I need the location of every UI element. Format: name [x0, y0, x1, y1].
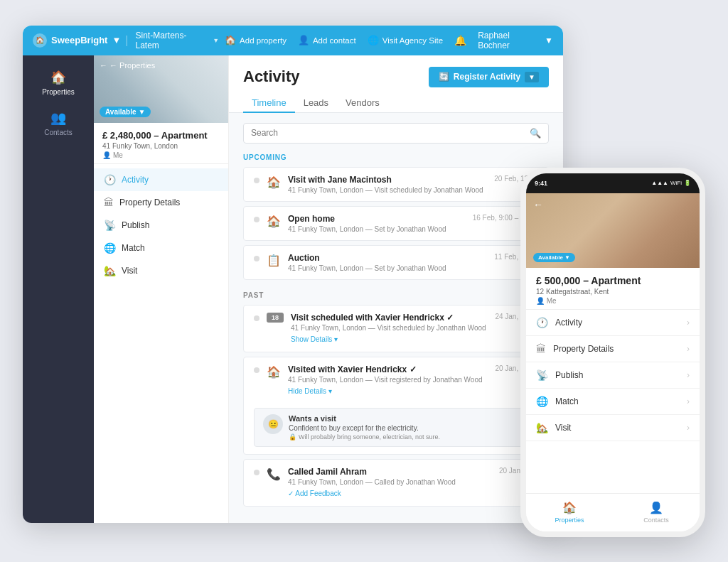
available-badge-label: Available — [105, 108, 136, 116]
hide-details-link[interactable]: Hide Details ▾ — [288, 387, 332, 395]
content-tabs: Timeline Leads Vendors — [229, 87, 563, 113]
property-details-icon: 🏛 — [104, 197, 114, 208]
activity-label: Activity — [122, 175, 149, 185]
search-bar: 🔍 — [243, 123, 549, 144]
user-menu[interactable]: Raphael Bochner ▼ — [478, 31, 553, 50]
phone-available-badge: Available ▼ — [533, 253, 575, 262]
property-info: £ 2,480,000 – Apartment 41 Funky Town, L… — [94, 123, 228, 164]
phone-nav-property-details[interactable]: 🏛 Property Details › — [526, 336, 700, 362]
location-label: Sint-Martens-Latem — [136, 31, 210, 50]
phone-nav-visit[interactable]: 🏡 Visit › — [526, 415, 700, 441]
add-contact-action[interactable]: 👤 Add contact — [298, 35, 356, 45]
phone-agent-name: Me — [547, 297, 557, 305]
home-icon: 🏠 — [267, 215, 281, 228]
phone-activity-icon: 🕐 — [536, 317, 548, 328]
phone-visit-chevron-icon: › — [687, 423, 690, 433]
desktop-app: 🏠 SweepBright ▼ | Sint-Martens-Latem ▼ 🏠… — [23, 26, 563, 523]
phone-property-price: £ 500,000 – Apartment — [536, 275, 690, 286]
visit-agency-action[interactable]: 🌐 Visit Agency Site — [368, 35, 443, 45]
property-image: ← ← Properties Available ▼ — [94, 55, 228, 123]
prop-nav-publish[interactable]: 📡 Publish — [94, 214, 228, 237]
prop-nav-match[interactable]: 🌐 Match — [94, 237, 228, 259]
tab-vendors[interactable]: Vendors — [337, 93, 388, 112]
activity-title: Open home — [288, 214, 466, 224]
visit-icon: 🏠 — [267, 175, 281, 189]
activity-title: Called Jamil Ahram — [288, 467, 492, 477]
brand-logo[interactable]: 🏠 SweepBright ▼ — [33, 33, 121, 48]
tab-leads[interactable]: Leads — [295, 93, 337, 112]
phone-nav-activity-left: 🕐 Activity — [536, 317, 582, 328]
show-details-link[interactable]: Show Details ▾ — [291, 335, 338, 343]
feedback-note: 🔒 Will probably bring someone, electrici… — [289, 433, 440, 441]
logo-icon: 🏠 — [33, 33, 47, 48]
register-chevron-icon: ▼ — [525, 72, 539, 82]
activity-dot — [254, 315, 259, 321]
phone-nav-publish-left: 📡 Publish — [536, 369, 583, 381]
top-nav-actions: 🏠 Add property 👤 Add contact 🌐 Visit Age… — [225, 31, 553, 50]
phone-price-value: £ 500,000 — [536, 275, 580, 286]
feedback-avatar: 😐 — [263, 414, 283, 434]
activity-dot — [254, 178, 259, 183]
sidebar: 🏠 Properties 👥 Contacts — [23, 55, 94, 523]
match-icon: 🌐 — [104, 242, 116, 254]
location-selector[interactable]: Sint-Martens-Latem ▼ — [130, 31, 225, 50]
prop-nav-visit[interactable]: 🏡 Visit — [94, 259, 228, 282]
property-agent: 👤 Me — [102, 151, 220, 159]
upcoming-list: 🏠 Visit with Jane Macintosh 41 Funky Tow… — [243, 167, 549, 280]
add-property-action[interactable]: 🏠 Add property — [225, 35, 287, 45]
activity-content: Visited with Xavier Hendrickx ✓ 41 Funky… — [288, 364, 488, 396]
main-layout: 🏠 Properties 👥 Contacts ← ← Properties — [23, 55, 563, 523]
content-body: 🔍 UPCOMING 🏠 Visit with Jane Macintosh 4… — [229, 113, 563, 523]
search-icon: 🔍 — [530, 128, 541, 139]
property-nav: 🕐 Activity 🏛 Property Details 📡 Publish … — [94, 164, 228, 286]
tab-leads-label: Leads — [304, 97, 328, 108]
list-item: 🏠 Visit with Jane Macintosh 41 Funky Tow… — [243, 167, 549, 202]
prop-nav-property-details[interactable]: 🏛 Property Details — [94, 191, 228, 214]
phone-back-button[interactable]: ← — [533, 199, 543, 210]
register-activity-button[interactable]: 🔄 Register Activity ▼ — [429, 67, 549, 87]
activity-title: Visit scheduled with Xavier Hendrickx ✓ — [291, 313, 488, 323]
top-nav: 🏠 SweepBright ▼ | Sint-Martens-Latem ▼ 🏠… — [23, 26, 563, 55]
phone-nav-publish[interactable]: 📡 Publish › — [526, 362, 700, 389]
search-input[interactable] — [251, 128, 530, 138]
brand-name: SweepBright — [51, 35, 107, 45]
tab-timeline[interactable]: Timeline — [243, 93, 295, 112]
visit-label: Visit — [122, 266, 137, 276]
sidebar-item-contacts[interactable]: 👥 Contacts — [23, 103, 94, 144]
agent-name: Me — [113, 151, 123, 159]
auction-icon: 📋 — [267, 254, 281, 267]
phone-property-type: – Apartment — [583, 275, 641, 286]
notifications-bell-icon[interactable]: 🔔 — [454, 35, 466, 46]
feedback-note-text: Will probably bring someone, electrician… — [299, 433, 440, 441]
feedback-text: Confident to buy except for the electric… — [289, 424, 440, 432]
property-panel: ← ← Properties Available ▼ £ 2,480,000 –… — [94, 55, 229, 523]
contacts-icon: 👥 — [50, 110, 66, 126]
phone-tab-properties[interactable]: 🏠 Properties — [526, 494, 613, 531]
phone-match-icon: 🌐 — [536, 396, 548, 407]
add-feedback-link[interactable]: ✓ Add Feedback — [288, 490, 341, 497]
match-label: Match — [122, 243, 145, 253]
register-label: Register Activity — [454, 72, 520, 82]
list-item: 🏠 Open home 41 Funky Town, London — Set … — [243, 206, 549, 241]
phone-publish-label: Publish — [555, 370, 583, 380]
phone-nav-match[interactable]: 🌐 Match › — [526, 389, 700, 415]
phone-activity-chevron-icon: › — [687, 318, 690, 328]
phone-property-agent: 👤 Me — [536, 297, 690, 305]
phone-tab-contacts-icon: 👤 — [649, 501, 663, 514]
activity-icon: 🕐 — [104, 174, 116, 185]
phone-tab-contacts[interactable]: 👤 Contacts — [613, 494, 700, 531]
phone-tab-contacts-label: Contacts — [643, 517, 669, 524]
phone-match-label: Match — [555, 396, 579, 406]
register-icon: 🔄 — [439, 72, 449, 82]
back-to-properties-button[interactable]: ← ← Properties — [100, 61, 155, 70]
prop-nav-activity[interactable]: 🕐 Activity — [94, 168, 228, 191]
add-contact-icon: 👤 — [298, 35, 309, 45]
sidebar-item-properties[interactable]: 🏠 Properties — [23, 63, 94, 103]
mobile-phone: 9:41 ▲▲▲ WiFi 🔋 ← Available ▼ £ 500,000 … — [520, 168, 705, 537]
visit-agency-label: Visit Agency Site — [382, 36, 443, 45]
back-arrow-icon: ← — [100, 61, 107, 70]
phone-nav-match-left: 🌐 Match — [536, 396, 579, 407]
property-address: 41 Funky Town, London — [102, 142, 220, 150]
tab-timeline-label: Timeline — [252, 97, 287, 108]
phone-nav-activity[interactable]: 🕐 Activity › — [526, 310, 700, 336]
